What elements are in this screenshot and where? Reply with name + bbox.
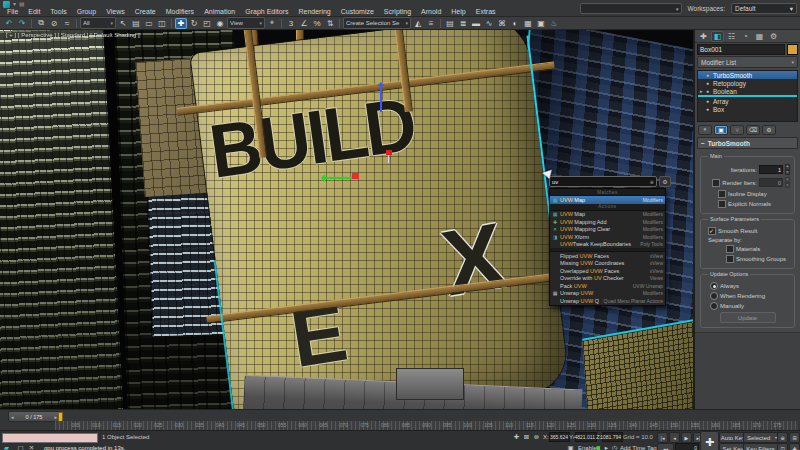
menu-graph-editors[interactable]: Graph Editors [240,7,293,16]
percent-snap-icon[interactable]: % [311,18,323,29]
undo-icon[interactable]: ↶ [3,18,15,29]
transform-gizmo-icon[interactable]: ✚ [512,432,521,441]
select-and-link-icon[interactable]: ⧉ [35,18,47,29]
use-pivot-point-icon[interactable]: ⌖ [266,18,278,29]
reference-coordinate-dropdown[interactable]: View▾ [227,17,265,29]
expand-arrow-icon[interactable]: ▸ [700,88,704,94]
modifier-retopology[interactable]: ●Retopology [698,79,797,87]
spinner-snap-icon[interactable]: ⇅ [324,18,336,29]
object-name-field[interactable]: Box001 [697,44,785,55]
unlink-selection-icon[interactable]: ⊘ [48,18,60,29]
isoline-display-checkbox[interactable] [718,190,726,198]
create-tab[interactable]: ✚ [697,31,710,42]
menu-modifiers[interactable]: Modifiers [161,7,199,16]
modifier-turbosmooth[interactable]: ●TurboSmooth [698,71,797,79]
show-end-result-button[interactable]: ▣ [714,125,728,135]
macro-recorder-field[interactable] [2,433,98,443]
search-result-unwrap-uvw-quad[interactable]: Unwrap UVW QuadQuad Menu Planar Actions [550,297,665,305]
redo-icon[interactable]: ↷ [16,18,28,29]
viewport-label[interactable]: [ + ] [ Perspective ] [ Standard ] [ Def… [6,32,140,38]
rendered-frame-icon[interactable]: ▣ [535,18,547,29]
track-bar-ruler[interactable]: 0050100150200250300350400450500550600650… [55,421,798,430]
perspective-viewport[interactable]: BUILD E X [ + ] [ Perspective ] [ Standa… [0,30,693,409]
play-button[interactable]: ▶ [681,432,692,443]
render-icon[interactable]: ♨ [548,18,560,29]
turbosmooth-rollout-header[interactable]: − TurboSmooth [697,137,798,149]
visibility-bulb-icon[interactable]: ● [706,72,711,78]
zoom-icon[interactable]: ⊕ [777,432,788,443]
move-gizmo-y-axis[interactable] [322,177,352,179]
material-editor-icon[interactable]: ◐ [509,18,521,29]
configure-modifier-sets-button[interactable]: ⚙ [762,125,776,135]
bind-to-spacewarp-icon[interactable]: ≈ [61,18,73,29]
pin-stack-button[interactable]: ⌖ [698,125,712,135]
add-time-tag-label[interactable]: Add Time Tag [620,443,657,450]
iterations-spinner[interactable]: ▴▾ [785,164,790,175]
align-icon[interactable]: ≡ [425,18,437,29]
search-settings-gear-icon[interactable]: ⚙ [659,176,671,187]
menu-edit[interactable]: Edit [23,7,45,16]
menu-customize[interactable]: Customize [336,7,379,16]
visibility-bulb-icon[interactable]: ● [706,106,711,112]
visibility-bulb-icon[interactable]: ● [706,88,711,94]
radio-always[interactable] [710,282,718,290]
zoom-all-icon[interactable]: ⊞ [789,432,800,443]
modifier-boolean[interactable]: ▸●Boolean [698,87,797,95]
select-and-move-icon[interactable]: ✚ [175,18,187,29]
make-unique-button[interactable]: ⑂ [730,125,744,135]
coord-y-field[interactable]: -4821.011 [575,432,597,442]
select-and-scale-icon[interactable]: ◰ [201,18,213,29]
search-result-pack-uvw[interactable]: Pack UVWUVW Unwrap [550,282,665,290]
search-result-missing-uvw-coordinates[interactable]: Missing UVW CoordinatesxView [550,260,665,268]
select-by-name-icon[interactable]: ▤ [130,18,142,29]
search-result-uvw-xform[interactable]: ◨UVW XformModifiers [550,233,665,241]
remove-modifier-button[interactable]: ⌫ [746,125,760,135]
iterations-field[interactable]: 1 [759,165,783,174]
previous-frame-button[interactable]: ◂ [669,432,680,443]
selection-set-dropdown[interactable]: Selected ▾ [743,432,781,443]
render-iters-spinner[interactable]: ▴▾ [785,177,790,188]
render-iters-checkbox[interactable] [712,179,720,187]
time-slider-handle[interactable]: ◂ 0 / 175 ▸ [8,411,60,422]
search-result-flipped-uvw-faces[interactable]: Flipped UVW FacesxView [550,252,665,260]
radio-manually[interactable] [710,302,718,310]
visibility-bulb-icon[interactable]: ● [706,80,711,86]
menu-create[interactable]: Create [130,7,161,16]
previous-frame-arrow-icon[interactable]: ◂ [11,414,14,420]
coord-x-field[interactable]: 365.624 [549,432,570,442]
snaps-toggle-icon[interactable]: 3 [285,18,297,29]
menu-file[interactable]: File [2,7,23,16]
global-search-input[interactable]: ▾ [580,3,682,14]
utilities-tab[interactable]: ⚙ [767,31,780,42]
selection-filter-dropdown[interactable]: All▾ [80,17,116,29]
menu-views[interactable]: Views [101,7,130,16]
menu-scripting[interactable]: Scripting [379,7,416,16]
search-actions-input[interactable]: uv ⊗ [549,176,657,187]
menu-tools[interactable]: Tools [45,7,71,16]
pan-zoom-button[interactable]: ✚ [700,431,719,450]
pan-icon[interactable]: ✚ [789,443,800,450]
modifier-array[interactable]: ●Array [698,97,797,105]
angle-snap-icon[interactable]: ∠ [298,18,310,29]
update-button[interactable]: Update [720,312,776,323]
select-and-rotate-icon[interactable]: ↻ [188,18,200,29]
render-setup-icon[interactable]: ▦ [522,18,534,29]
motion-tab[interactable]: ◔ [739,31,752,42]
scene-explorer-icon[interactable]: ▤ [444,18,456,29]
hierarchy-tab[interactable]: ☷ [725,31,738,42]
radio-when-rendering[interactable] [710,292,718,300]
materials-checkbox[interactable] [726,245,734,253]
modifier-list-dropdown[interactable]: Modifier List ▾ [697,56,798,68]
coord-z-field[interactable]: 1081.794 [602,432,623,442]
search-result-override-with-uv-checker[interactable]: Override with UV CheckerViews [550,275,665,283]
layer-explorer-icon[interactable]: ≣ [457,18,469,29]
close-toast-icon[interactable]: ✕ [27,443,36,450]
modifier-box[interactable]: ●Box [698,105,797,113]
clear-search-icon[interactable]: ⊗ [650,179,654,185]
time-tag-lock-icon[interactable]: ▣ [566,443,575,450]
object-color-swatch[interactable] [787,44,798,55]
curve-editor-icon[interactable]: ∿ [483,18,495,29]
render-iters-field[interactable]: 0 [759,178,783,187]
menu-animation[interactable]: Animation [199,7,240,16]
next-frame-arrow-icon[interactable]: ▸ [54,414,57,420]
